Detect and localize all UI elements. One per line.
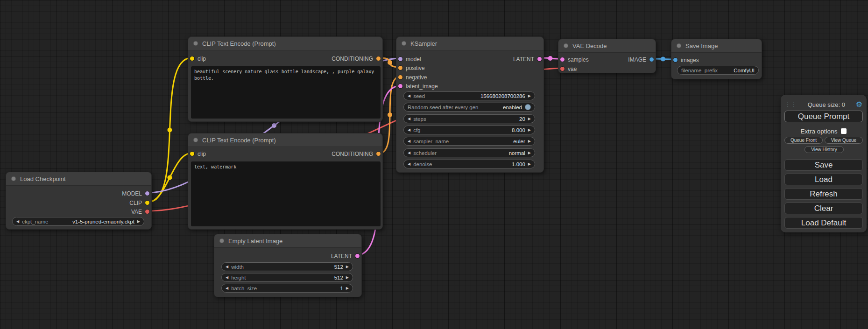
increment-arrow-icon[interactable]: ▶ xyxy=(528,117,531,121)
node-collapse-dot[interactable] xyxy=(193,41,198,46)
output-label-vae: VAE xyxy=(131,209,142,215)
node-titlebar[interactable]: Save Image xyxy=(671,39,762,53)
widget-ckpt-name[interactable]: ◀ ckpt_name v1-5-pruned-emaonly.ckpt ▶ xyxy=(12,217,144,226)
extra-options-label: Extra options xyxy=(801,128,838,135)
node-title: KSampler xyxy=(410,40,437,47)
decrement-arrow-icon[interactable]: ◀ xyxy=(408,151,410,155)
node-collapse-dot[interactable] xyxy=(677,43,681,48)
output-port-image[interactable] xyxy=(649,57,654,62)
node-collapse-dot[interactable] xyxy=(402,41,406,46)
random-seed-toggle[interactable] xyxy=(525,104,531,110)
output-port-latent[interactable] xyxy=(537,57,542,61)
view-history-button[interactable]: View History xyxy=(804,146,844,153)
prompt-textarea[interactable]: text, watermark xyxy=(191,161,381,226)
widget-width[interactable]: ◀ width 512 ▶ xyxy=(221,262,353,271)
increment-arrow-icon[interactable]: ▶ xyxy=(528,139,531,143)
node-save-image[interactable]: Save Image images filename_prefix ComfyU… xyxy=(671,39,762,79)
node-collapse-dot[interactable] xyxy=(219,238,224,243)
widget-cfg[interactable]: ◀ cfg 8.000 ▶ xyxy=(403,126,535,134)
widget-steps[interactable]: ◀ steps 20 ▶ xyxy=(403,114,535,123)
increment-arrow-icon[interactable]: ▶ xyxy=(346,286,349,290)
node-titlebar[interactable]: KSampler xyxy=(396,37,543,50)
increment-arrow-icon[interactable]: ▶ xyxy=(346,265,349,269)
input-port-vae[interactable] xyxy=(560,67,565,71)
node-collapse-dot[interactable] xyxy=(11,176,16,181)
increment-arrow-icon[interactable]: ▶ xyxy=(346,275,349,280)
node-title: VAE Decode xyxy=(572,42,607,49)
node-ksampler[interactable]: KSampler model LATENT positive negative xyxy=(396,36,544,173)
settings-gear-icon[interactable]: ⚙ xyxy=(856,101,862,108)
increment-arrow-icon[interactable]: ▶ xyxy=(528,128,531,132)
input-port-model[interactable] xyxy=(398,57,402,61)
node-titlebar[interactable]: CLIP Text Encode (Prompt) xyxy=(188,37,382,50)
input-port-clip[interactable] xyxy=(190,152,194,156)
increment-arrow-icon[interactable]: ▶ xyxy=(528,162,531,166)
load-button[interactable]: Load xyxy=(784,174,863,185)
decrement-arrow-icon[interactable]: ◀ xyxy=(408,117,410,121)
decrement-arrow-icon[interactable]: ◀ xyxy=(408,162,410,166)
input-label-negative: negative xyxy=(406,74,427,81)
output-port-conditioning[interactable] xyxy=(376,152,381,156)
link-midpoint-dot xyxy=(272,123,276,128)
decrement-arrow-icon[interactable]: ◀ xyxy=(226,286,228,290)
prompt-textarea[interactable]: beautiful scenery nature glass bottle la… xyxy=(191,66,381,119)
clear-button[interactable]: Clear xyxy=(784,203,863,214)
widget-random-seed[interactable]: Random seed after every gen enabled xyxy=(403,103,535,112)
increment-arrow-icon[interactable]: ▶ xyxy=(528,94,531,98)
node-collapse-dot[interactable] xyxy=(193,138,198,142)
widget-seed[interactable]: ◀ seed 156680208700286 ▶ xyxy=(403,91,535,100)
load-default-button[interactable]: Load Default xyxy=(784,217,863,229)
node-load-checkpoint[interactable]: Load Checkpoint MODEL CLIP VAE ◀ ckpt_na… xyxy=(6,172,152,230)
widget-batch-size[interactable]: ◀ batch_size 1 ▶ xyxy=(221,284,353,293)
decrement-arrow-icon[interactable]: ◀ xyxy=(226,265,228,269)
extra-options-checkbox[interactable] xyxy=(841,128,847,134)
node-titlebar[interactable]: VAE Decode xyxy=(558,39,656,53)
node-clip-text-encode-positive[interactable]: CLIP Text Encode (Prompt) clip CONDITION… xyxy=(188,36,383,122)
widget-sampler-name[interactable]: ◀ sampler_name euler ▶ xyxy=(403,137,535,146)
widget-value: v1-5-pruned-emaonly.ckpt xyxy=(72,219,134,224)
input-port-negative[interactable] xyxy=(398,75,402,79)
input-port-latent-image[interactable] xyxy=(398,84,402,88)
link-midpoint-dot xyxy=(388,60,392,65)
link-midpoint-dot xyxy=(548,56,553,61)
node-clip-text-encode-negative[interactable]: CLIP Text Encode (Prompt) clip CONDITION… xyxy=(188,133,383,230)
input-label-latent-image: latent_image xyxy=(406,83,438,90)
widget-filename-prefix[interactable]: filename_prefix ComfyUI xyxy=(677,66,759,75)
node-titlebar[interactable]: Load Checkpoint xyxy=(6,172,151,186)
widget-denoise[interactable]: ◀ denoise 1.000 ▶ xyxy=(403,160,535,168)
node-collapse-dot[interactable] xyxy=(564,43,568,48)
input-port-clip[interactable] xyxy=(190,56,194,61)
node-vae-decode[interactable]: VAE Decode samples IMAGE vae xyxy=(558,39,656,73)
decrement-arrow-icon[interactable]: ◀ xyxy=(408,94,410,98)
node-titlebar[interactable]: Empty Latent Image xyxy=(214,234,361,248)
node-empty-latent-image[interactable]: Empty Latent Image LATENT ◀ width 512 ▶ … xyxy=(214,234,362,297)
refresh-button[interactable]: Refresh xyxy=(784,188,863,200)
decrement-arrow-icon[interactable]: ◀ xyxy=(408,139,410,143)
output-port-conditioning[interactable] xyxy=(376,56,381,61)
decrement-arrow-icon[interactable]: ◀ xyxy=(16,219,19,224)
output-label-model: MODEL xyxy=(122,190,142,197)
output-label-clip: CLIP xyxy=(129,200,142,206)
queue-front-button[interactable]: Queue Front xyxy=(784,137,823,144)
decrement-arrow-icon[interactable]: ◀ xyxy=(226,275,228,280)
save-button[interactable]: Save xyxy=(784,159,863,171)
increment-arrow-icon[interactable]: ▶ xyxy=(137,219,140,224)
output-port-clip[interactable] xyxy=(145,201,149,205)
output-port-model[interactable] xyxy=(145,191,149,196)
widget-scheduler[interactable]: ◀ scheduler normal ▶ xyxy=(403,148,535,157)
input-port-images[interactable] xyxy=(673,58,677,62)
queue-prompt-button[interactable]: Queue Prompt xyxy=(784,111,863,122)
queue-size-label: Queue size: 0 xyxy=(797,101,856,108)
decrement-arrow-icon[interactable]: ◀ xyxy=(408,128,410,132)
input-port-positive[interactable] xyxy=(398,66,402,70)
widget-height[interactable]: ◀ height 512 ▶ xyxy=(221,273,353,282)
output-port-latent[interactable] xyxy=(355,254,360,258)
node-titlebar[interactable]: CLIP Text Encode (Prompt) xyxy=(188,133,382,147)
output-port-vae[interactable] xyxy=(145,210,149,214)
input-port-samples[interactable] xyxy=(560,57,565,62)
output-label-latent: LATENT xyxy=(331,253,352,259)
increment-arrow-icon[interactable]: ▶ xyxy=(528,151,531,155)
view-queue-button[interactable]: View Queue xyxy=(825,137,863,144)
panel-drag-handle-icon[interactable]: ⋮⋮ xyxy=(785,102,797,107)
node-graph-canvas[interactable]: Load Checkpoint MODEL CLIP VAE ◀ ckpt_na… xyxy=(0,0,868,329)
